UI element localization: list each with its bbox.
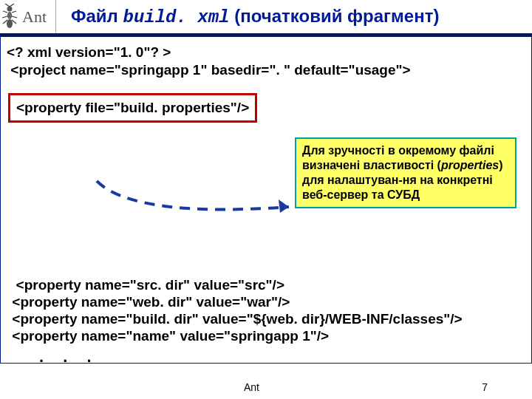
svg-line-0 bbox=[5, 4, 10, 7]
property-file-highlight: <property file="build. properties"/> bbox=[8, 93, 257, 123]
title-prefix: Файл bbox=[71, 6, 123, 26]
logo-box: Ant bbox=[1, 0, 56, 33]
svg-marker-11 bbox=[279, 200, 289, 213]
property-name: <property name="name" value="springapp 1… bbox=[8, 328, 524, 344]
title-file: build. xml bbox=[123, 7, 230, 27]
property-web-dir: <property name="web. dir" value="war"/> bbox=[8, 294, 524, 310]
slide-footer: Ant 7 bbox=[0, 381, 532, 393]
xml-declaration: <? xml version="1. 0"? > bbox=[7, 44, 525, 61]
ant-icon bbox=[1, 4, 18, 30]
title-suffix: (початковий фрагмент) bbox=[230, 6, 440, 26]
page-number: 7 bbox=[482, 381, 488, 393]
svg-line-1 bbox=[10, 4, 14, 7]
slide-content: <? xml version="1. 0"? > <project name="… bbox=[0, 37, 532, 364]
slide-header: Ant Файл build. xml (початковий фрагмент… bbox=[0, 0, 532, 37]
property-build-dir: <property name="build. dir" value="${web… bbox=[8, 311, 524, 327]
svg-line-7 bbox=[2, 16, 7, 18]
svg-line-5 bbox=[3, 11, 7, 13]
footer-label: Ant bbox=[244, 381, 259, 393]
ellipsis: . . . bbox=[39, 347, 524, 366]
property-block: <property name="src. dir" value="src"/> … bbox=[8, 277, 524, 366]
slide-title: Файл build. xml (початковий фрагмент) bbox=[71, 6, 439, 27]
project-tag: <project name="springapp 1" basedir=". "… bbox=[7, 62, 525, 78]
svg-point-4 bbox=[7, 19, 13, 28]
property-src-dir: <property name="src. dir" value="src"/> bbox=[8, 277, 524, 293]
svg-line-8 bbox=[12, 16, 17, 18]
svg-point-3 bbox=[7, 12, 12, 19]
svg-point-2 bbox=[7, 7, 13, 12]
callout-properties-word: properties bbox=[441, 159, 499, 171]
logo-text: Ant bbox=[22, 7, 47, 27]
dashed-arrow bbox=[89, 177, 296, 229]
svg-line-6 bbox=[12, 11, 16, 13]
callout-box: Для зручності в окремому файлі визначені… bbox=[295, 137, 516, 208]
